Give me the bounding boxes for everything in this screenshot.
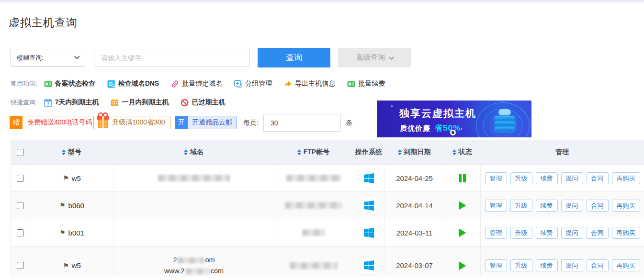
actions-cell: 管理 升级 续费 提问 合同 再购买 xyxy=(481,192,644,219)
domain-cell xyxy=(114,192,274,219)
row-checkbox[interactable] xyxy=(17,229,24,236)
status-cell xyxy=(444,165,481,191)
banner-highlight: 省50% xyxy=(434,123,461,133)
ftp-cell xyxy=(274,192,353,219)
link-batch-renew[interactable]: 批量续费 xyxy=(347,79,385,88)
renew-button[interactable]: 续费 xyxy=(536,227,558,239)
link-batch-bind-domain[interactable]: 批量绑定域名 xyxy=(171,79,222,88)
link-label: 已过期主机 xyxy=(192,98,225,107)
ad-banner[interactable]: 独享云虚拟主机 质优价廉省50% xyxy=(377,101,531,137)
hosts-table: 型号 域名 FTP帐号 操作系统 到期日期 状态 管理 ⚑w5 2024-04-… xyxy=(11,140,644,277)
query-button[interactable]: 查询 xyxy=(258,48,330,67)
domain-text: 2om www.2com xyxy=(164,255,224,277)
banner-title: 独享云虚拟主机 xyxy=(399,107,476,120)
quick-queries-label: 快捷查询: xyxy=(11,98,37,107)
flag-icon: ⚑ xyxy=(63,262,69,269)
os-cell xyxy=(353,246,385,277)
manage-button[interactable]: 管理 xyxy=(485,227,507,239)
select-all-cell xyxy=(11,140,30,164)
manage-button[interactable]: 管理 xyxy=(485,259,507,271)
rebuy-button[interactable]: 再购买 xyxy=(612,200,640,212)
ask-button[interactable]: 提问 xyxy=(561,259,583,271)
renew-button[interactable]: 续费 xyxy=(536,259,558,271)
link-label: 分组管理 xyxy=(245,79,272,88)
rebuy-button[interactable]: 再购买 xyxy=(612,172,640,184)
windows-icon xyxy=(362,171,376,185)
common-functions-row: 常用功能: 备案状态检查 检查域名DNS 批量绑定域名 分组管理 导出主机信息 … xyxy=(0,79,644,88)
promo-upgrade-discount[interactable]: 升级满1000省300 xyxy=(93,116,170,129)
group-add-icon xyxy=(234,80,242,88)
flag-icon: ⚑ xyxy=(59,229,66,236)
os-cell xyxy=(353,219,385,246)
contract-button[interactable]: 合同 xyxy=(587,227,609,239)
search-row: 模糊查询: 查询 高级查询 xyxy=(0,48,644,67)
manage-button[interactable]: 管理 xyxy=(485,172,507,184)
svg-text:7: 7 xyxy=(47,101,49,106)
os-cell xyxy=(353,165,385,191)
link-group-management[interactable]: 分组管理 xyxy=(234,79,272,88)
model-cell: ⚑w5 xyxy=(30,246,114,277)
ask-button[interactable]: 提问 xyxy=(561,172,583,184)
model-cell: ⚑b060 xyxy=(30,192,114,219)
windows-icon xyxy=(362,258,376,273)
redacted-domain xyxy=(186,269,210,274)
promo-free-400-number[interactable]: 赠 免费赠送400电话号码 xyxy=(10,116,97,129)
row-checkbox[interactable] xyxy=(17,262,24,269)
domain-cell: 2om www.2com xyxy=(114,246,274,277)
sort-icon xyxy=(184,149,188,155)
promo-label: 升级满1000省300 xyxy=(112,116,170,129)
contract-button[interactable]: 合同 xyxy=(587,172,609,184)
rebuy-button[interactable]: 再购买 xyxy=(612,227,640,239)
select-all-checkbox[interactable] xyxy=(17,149,24,156)
sort-icon xyxy=(398,149,402,155)
link-check-domain-dns[interactable]: 检查域名DNS xyxy=(107,79,159,88)
contract-button[interactable]: 合同 xyxy=(587,259,609,271)
link-expire-1-month[interactable]: 一月内到期主机 xyxy=(111,98,169,107)
upgrade-button[interactable]: 升级 xyxy=(510,227,532,239)
header-ftp[interactable]: FTP帐号 xyxy=(274,140,353,164)
redacted-ftp xyxy=(302,229,325,236)
keyword-input[interactable] xyxy=(94,49,250,67)
link-expired-hosts[interactable]: 已过期主机 xyxy=(181,98,225,107)
promo-open-cloud-mail[interactable]: 开 开通赠品云邮 xyxy=(175,116,237,129)
carousel-dot[interactable] xyxy=(450,130,456,135)
advanced-query-button[interactable]: 高级查询 xyxy=(338,48,411,67)
per-page-unit: 条 xyxy=(346,119,352,127)
per-page-input[interactable] xyxy=(263,114,341,132)
ftp-cell xyxy=(274,219,353,246)
link-icp-status-check[interactable]: 备案状态检查 xyxy=(44,79,95,88)
header-domain[interactable]: 域名 xyxy=(113,140,274,164)
link-icon xyxy=(171,80,179,88)
upgrade-button[interactable]: 升级 xyxy=(510,172,532,184)
manage-button[interactable]: 管理 xyxy=(485,200,507,212)
page-title: 虚拟主机查询 xyxy=(9,15,644,30)
table-row: ⚑w5 2024-04-25 管理 升级 续费 提问 合同 再购买 xyxy=(11,164,644,191)
header-model[interactable]: 型号 xyxy=(30,140,113,164)
table-row: ⚑w5 2om www.2com 2024-03-07 管理 升级 续费 提问 … xyxy=(11,246,644,277)
ftp-cell xyxy=(274,165,353,191)
upgrade-button[interactable]: 升级 xyxy=(510,200,532,212)
promo-row: 赠 免费赠送400电话号码 升级满1000省300 开 开通赠品云邮 每页: 条 xyxy=(0,115,644,130)
rebuy-button[interactable]: 再购买 xyxy=(612,259,640,271)
link-expire-7-days[interactable]: 7 7天内到期主机 xyxy=(44,98,99,107)
expire-cell: 2024-03-07 xyxy=(385,246,444,277)
promo-label: 开通赠品云邮 xyxy=(188,116,237,129)
link-export-host-info[interactable]: 导出主机信息 xyxy=(284,79,335,88)
table-row: ⚑b060 2024-04-14 管理 升级 续费 提问 合同 再购买 xyxy=(11,191,644,219)
filter-select[interactable]: 模糊查询: xyxy=(11,49,85,67)
chevron-down-icon xyxy=(389,54,394,59)
row-checkbox[interactable] xyxy=(17,175,24,182)
upgrade-button[interactable]: 升级 xyxy=(510,259,532,271)
row-checkbox[interactable] xyxy=(17,202,24,209)
ask-button[interactable]: 提问 xyxy=(561,200,583,212)
renew-button[interactable]: 续费 xyxy=(536,200,558,212)
cloud-icon xyxy=(498,109,511,115)
ban-icon xyxy=(181,99,189,107)
renew-button[interactable]: 续费 xyxy=(536,172,558,184)
ask-button[interactable]: 提问 xyxy=(561,227,583,239)
header-expire[interactable]: 到期日期 xyxy=(384,140,444,164)
contract-button[interactable]: 合同 xyxy=(587,200,609,212)
per-page-label: 每页: xyxy=(243,119,259,127)
status-running-icon xyxy=(459,201,466,210)
header-status[interactable]: 状态 xyxy=(444,140,480,164)
